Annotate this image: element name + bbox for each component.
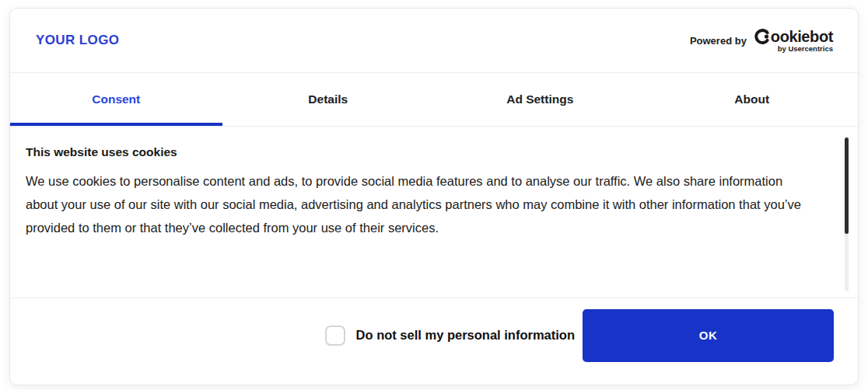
cookiebot-brand-text: ookiebot bbox=[771, 29, 833, 44]
dialog-footer: Do not sell my personal information OK bbox=[10, 298, 858, 385]
tab-consent[interactable]: Consent bbox=[10, 73, 222, 126]
tab-bar: Consent Details Ad Settings About bbox=[10, 73, 858, 127]
consent-tab-panel: This website uses cookies We use cookies… bbox=[10, 127, 858, 298]
tab-ad-settings[interactable]: Ad Settings bbox=[434, 73, 646, 126]
cookie-consent-dialog: YOUR LOGO Powered by ookiebot by Usercen… bbox=[9, 8, 859, 385]
tab-details[interactable]: Details bbox=[222, 73, 435, 126]
dialog-header: YOUR LOGO Powered by ookiebot by Usercen… bbox=[10, 9, 858, 73]
ok-button[interactable]: OK bbox=[583, 309, 834, 362]
powered-by-link[interactable]: Powered by ookiebot by Usercentrics bbox=[690, 29, 833, 53]
cookies-heading: This website uses cookies bbox=[26, 145, 813, 159]
do-not-sell-option[interactable]: Do not sell my personal information bbox=[325, 326, 575, 346]
powered-by-label: Powered by bbox=[690, 35, 747, 47]
cookiebot-c-icon bbox=[754, 29, 770, 44]
content-scrollbar-thumb[interactable] bbox=[845, 138, 849, 234]
do-not-sell-checkbox[interactable] bbox=[325, 326, 345, 346]
cookiebot-subtitle: by Usercentrics bbox=[778, 45, 833, 53]
site-logo[interactable]: YOUR LOGO bbox=[36, 33, 120, 48]
cookiebot-logo: ookiebot by Usercentrics bbox=[754, 29, 833, 53]
cookies-description: We use cookies to personalise content an… bbox=[26, 169, 813, 239]
do-not-sell-label: Do not sell my personal information bbox=[356, 328, 575, 343]
tab-about[interactable]: About bbox=[646, 73, 859, 126]
content-scrollbar-track[interactable] bbox=[845, 136, 849, 291]
